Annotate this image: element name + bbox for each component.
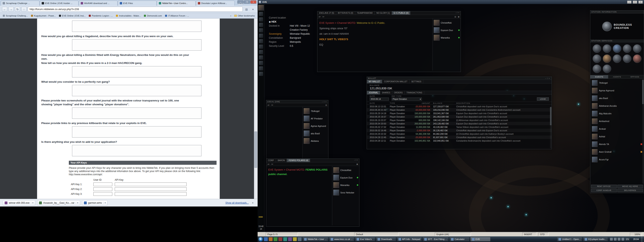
quicklaunch-icon[interactable] xyxy=(264,237,268,241)
browser-tab[interactable]: Scrapheap Challenge ... xyxy=(1,1,40,6)
wallet-subtab[interactable]: ORDERS xyxy=(392,91,405,94)
chat-window-controls[interactable]: – □ × xyxy=(354,159,358,161)
chevron-down-icon[interactable]: ▾ xyxy=(31,202,34,204)
station-action-button[interactable]: DELIVERIES xyxy=(618,189,643,192)
zoom-indicator[interactable]: 100% xyxy=(630,232,642,236)
download-item[interactable]: winrar-x64-393.exe ▾ xyxy=(3,200,35,205)
taskbar-button[interactable]: www.imoc.co.uk ... xyxy=(329,237,354,241)
journal-row[interactable]: 2010.05.02 16:48 Player Donation -2,000,… xyxy=(367,129,552,132)
bookmark-item[interactable]: Demonoid.com xyxy=(143,14,163,18)
download-item[interactable]: Assassin_by__Gasi_Ko....rar ▾ xyxy=(37,200,80,205)
bookmark-item[interactable]: Kugutsumen - Powe... xyxy=(30,14,57,18)
quicklaunch-icon[interactable] xyxy=(283,237,287,241)
back-button[interactable]: ← xyxy=(2,7,7,12)
insert-mode-indicator[interactable]: INSERT xyxy=(522,232,536,236)
browser-tab[interactable]: EVE Files xyxy=(118,1,156,6)
station-tab[interactable]: GUESTS xyxy=(590,75,608,78)
member-row[interactable]: Manarika xyxy=(332,181,359,189)
maximize-button[interactable]: □ xyxy=(633,1,637,4)
wallet-subtab[interactable]: JOURNAL xyxy=(367,91,380,94)
font-large-icon[interactable]: A▾ xyxy=(271,104,273,106)
font-large-icon[interactable]: A▾ xyxy=(271,163,273,165)
station-service-icon[interactable] xyxy=(593,44,601,53)
wallet-subtab[interactable]: SHARES xyxy=(380,91,392,94)
journal-row[interactable]: 2010.05.29 14:18 Player Donation 150,000… xyxy=(367,111,552,115)
selection-mode-indicator[interactable]: STD xyxy=(538,232,548,236)
character-portrait[interactable] xyxy=(258,5,264,11)
chat-tab[interactable]: BITTERVETS [0] xyxy=(336,11,355,15)
station-service-icon[interactable] xyxy=(603,44,611,53)
start-button[interactable]: ❖ xyxy=(258,237,263,241)
taskbar-button[interactable]: EQ-player tradin... xyxy=(583,237,608,241)
journal-row[interactable]: 2010.05.02 17:32 Player Donation 11,000,… xyxy=(367,125,552,129)
wrench-menu-icon[interactable]: ▾ xyxy=(250,7,256,12)
member-row[interactable]: Equium Duo xyxy=(433,26,461,34)
chat-window-controls[interactable]: – □ × xyxy=(455,12,460,14)
guest-row[interactable]: Arokair xyxy=(590,125,644,133)
guest-row[interactable]: aka Basil xyxy=(590,94,644,102)
member-sort-icon[interactable]: ▤ xyxy=(454,16,456,18)
browser-tab[interactable]: NibbleTek • User Contro... xyxy=(157,1,196,6)
maximize-button[interactable]: ❐ xyxy=(244,1,250,4)
station-service-icon[interactable] xyxy=(623,54,631,63)
station-service-icon[interactable] xyxy=(613,44,621,53)
member-row[interactable]: Christoffski xyxy=(433,19,461,26)
download-item[interactable]: garmon.wmv ▾ xyxy=(82,200,108,205)
user-id-input[interactable] xyxy=(94,187,112,191)
bookmark-item[interactable]: EVE Online | EVE Insi... xyxy=(58,14,87,18)
neocom-icon[interactable] xyxy=(259,34,263,38)
station-service-icon[interactable] xyxy=(623,44,631,53)
wallet-tab[interactable]: MY WALLET xyxy=(367,80,382,83)
api-key-input[interactable] xyxy=(115,183,186,186)
journal-row[interactable]: 2010.04.29 22:32 Player Donation 64,382,… xyxy=(367,132,552,136)
page-scrollbar[interactable] xyxy=(254,19,258,199)
wallet-subtab[interactable]: TRANSACTIONS xyxy=(405,91,424,94)
chat-tab[interactable]: TEAMPRIMATAR xyxy=(355,11,375,15)
neocom-icon[interactable] xyxy=(259,12,263,16)
quicklaunch-icon[interactable] xyxy=(274,237,278,241)
journal-row[interactable]: 2010.05.04 20:50 Player Donation 200,000… xyxy=(367,122,552,125)
member-row[interactable]: aka Basil xyxy=(303,130,328,137)
taskbar-button[interactable]: EFT - Eve Fitting ... xyxy=(422,237,448,241)
taskbar-button[interactable]: API Info - Notepad xyxy=(397,237,422,241)
station-tab[interactable]: AGENTS xyxy=(608,75,626,78)
page-menu-icon[interactable]: ▤ xyxy=(244,7,249,12)
station-action-button[interactable]: CORP HANGAR xyxy=(591,189,617,192)
bookmark-item[interactable]: Pandemic Legion - ... xyxy=(88,14,114,18)
bookmark-item[interactable]: Instructables - Make... xyxy=(115,14,142,18)
member-row[interactable]: Agmar Agmund xyxy=(303,122,328,130)
browser-tab[interactable]: EVE Online | EVE Insider ... xyxy=(40,1,78,6)
quicklaunch-icon[interactable] xyxy=(298,237,302,241)
guest-scrollbar[interactable] xyxy=(642,79,644,184)
address-bar[interactable] xyxy=(28,7,243,12)
guest-row[interactable]: Awor Endrall xyxy=(590,148,644,156)
tray-icon[interactable] xyxy=(618,238,620,240)
neocom-icon[interactable] xyxy=(259,39,263,43)
taskbar-clock[interactable]: 20:04 xyxy=(632,238,640,240)
station-service-icon[interactable] xyxy=(633,54,642,63)
answer-textarea-killboards[interactable] xyxy=(72,126,202,138)
bookmarks-overflow-button[interactable]: » xyxy=(230,15,232,17)
font-small-icon[interactable]: a▾ xyxy=(268,104,270,106)
font-small-icon[interactable]: a▾ xyxy=(268,163,270,165)
settings-icon[interactable]: ▣ xyxy=(356,163,358,165)
station-service-icon[interactable] xyxy=(603,65,611,73)
chevron-down-icon[interactable]: ▾ xyxy=(76,202,78,204)
url-input[interactable] xyxy=(30,8,241,11)
neocom-icon[interactable] xyxy=(259,50,263,54)
quicklaunch-icon[interactable] xyxy=(269,237,273,241)
answer-textarea-gang[interactable] xyxy=(72,85,202,96)
tray-icon[interactable] xyxy=(614,238,617,240)
station-service-icon[interactable] xyxy=(593,54,601,63)
font-large-icon[interactable]: A▾ xyxy=(322,16,324,18)
minimize-button[interactable]: – xyxy=(627,1,632,4)
journal-row[interactable]: 2010.05.30 21:43 Player Donation -50,000… xyxy=(367,108,552,111)
settings-icon[interactable]: ▣ xyxy=(458,16,460,18)
answer-textarea-dominix[interactable] xyxy=(72,66,202,77)
ref-type-dropdown[interactable]: Player Donation ▾ xyxy=(392,98,422,101)
close-shelf-icon[interactable]: × xyxy=(251,201,255,204)
browser-tab[interactable]: WinRAR download and ... xyxy=(79,1,118,6)
other-bookmarks-button[interactable]: Other bookmarks xyxy=(233,14,256,18)
scrollbar-thumb[interactable] xyxy=(254,132,257,168)
tray-icon[interactable] xyxy=(622,238,624,240)
